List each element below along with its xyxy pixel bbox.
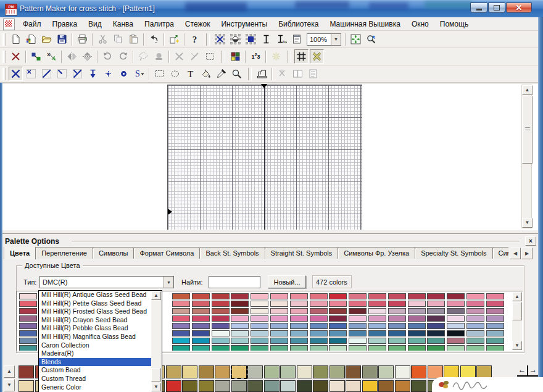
- color-swatch[interactable]: [388, 301, 406, 307]
- export-button[interactable]: [167, 32, 181, 46]
- color-swatch[interactable]: [310, 315, 328, 322]
- pattern-canvas[interactable]: [0, 83, 543, 230]
- color-swatch[interactable]: [447, 293, 465, 299]
- document-icon[interactable]: [3, 19, 15, 30]
- color-swatch[interactable]: [349, 293, 367, 299]
- color-swatch[interactable]: [172, 308, 190, 314]
- color-swatch[interactable]: [329, 345, 347, 351]
- dropdown-item-Blends[interactable]: Blends: [39, 358, 152, 367]
- color-swatch[interactable]: [447, 308, 465, 314]
- color-swatch[interactable]: [270, 323, 288, 329]
- color-swatch[interactable]: [251, 293, 268, 299]
- color-swatch[interactable]: [172, 323, 190, 329]
- project-color-swatch[interactable]: [247, 365, 263, 378]
- project-color-swatch[interactable]: [280, 380, 296, 392]
- color-swatch[interactable]: [466, 315, 484, 322]
- panel-splitter[interactable]: [0, 230, 543, 234]
- tab-Символы[interactable]: Символы: [93, 247, 135, 259]
- color-swatch[interactable]: [172, 293, 190, 299]
- color-swatch[interactable]: [19, 323, 37, 329]
- rotate-cw-button[interactable]: [116, 49, 130, 64]
- color-swatch[interactable]: [388, 308, 406, 314]
- zoom-tool-button[interactable]: [230, 67, 244, 81]
- fill-button[interactable]: [199, 67, 213, 81]
- dropdown-item-Mill Hill(R) Frosted Glass Seed Bead[interactable]: Mill Hill(R) Frosted Glass Seed Bead: [39, 307, 152, 316]
- color-swatch[interactable]: [408, 293, 426, 299]
- menu-Палитра[interactable]: Палитра: [139, 17, 180, 31]
- menu-Вид[interactable]: Вид: [83, 17, 107, 31]
- color-swatch[interactable]: [408, 315, 426, 322]
- color-swatch[interactable]: [368, 323, 386, 329]
- color-swatch[interactable]: [192, 330, 210, 336]
- dropdown-item-Mill Hill(R) Crayon Seed Bead[interactable]: Mill Hill(R) Crayon Seed Bead: [39, 316, 152, 325]
- color-swatch[interactable]: [270, 315, 288, 322]
- color-swatch[interactable]: [486, 293, 504, 299]
- color-swatch[interactable]: [486, 330, 504, 336]
- color-swatch[interactable]: [368, 330, 386, 336]
- color-swatch[interactable]: [270, 345, 288, 351]
- color-swatch[interactable]: [212, 330, 230, 336]
- color-swatch[interactable]: [290, 338, 308, 344]
- project-color-swatch[interactable]: [313, 365, 328, 378]
- menu-Помощь[interactable]: Помощь: [434, 17, 474, 31]
- scroll-up-button[interactable]: ▲: [151, 291, 161, 300]
- full-stitch-button[interactable]: [9, 67, 23, 81]
- select-rect-button[interactable]: [152, 67, 167, 81]
- color-swatch[interactable]: [270, 330, 288, 336]
- fit-window-button[interactable]: [349, 32, 363, 46]
- color-swatch[interactable]: [290, 301, 308, 307]
- page-left-icon[interactable]: ←: [517, 365, 527, 375]
- color-swatch[interactable]: [172, 315, 190, 322]
- close-button[interactable]: ✕: [506, 2, 532, 13]
- tab-Specialty St. Symbols[interactable]: Specialty St. Symbols: [415, 247, 492, 259]
- project-color-swatch[interactable]: [19, 380, 34, 392]
- project-color-swatch[interactable]: [330, 380, 345, 392]
- tab-Переплетение[interactable]: Переплетение: [35, 247, 93, 259]
- color-swatch[interactable]: [427, 308, 445, 314]
- view-cross-button[interactable]: [213, 32, 227, 46]
- menu-Инструменты[interactable]: Инструменты: [215, 17, 273, 31]
- title-bar[interactable]: PM Pattern Maker for cross stitch - [Pat…: [0, 0, 543, 17]
- color-swatch[interactable]: [290, 323, 308, 329]
- color-swatch[interactable]: [310, 323, 328, 329]
- color-swatch[interactable]: [231, 323, 249, 329]
- tab-Цвета[interactable]: Цвета: [4, 247, 36, 259]
- maximize-button[interactable]: [488, 2, 505, 13]
- three-quarter-stitch-button[interactable]: [70, 67, 85, 81]
- color-swatch[interactable]: [486, 301, 504, 307]
- menu-Окно[interactable]: Окно: [406, 17, 434, 31]
- minimize-button[interactable]: [470, 2, 487, 13]
- color-swatch[interactable]: [310, 330, 328, 336]
- color-swatch[interactable]: [270, 338, 288, 344]
- flip-horizontal-button[interactable]: [65, 49, 79, 64]
- menu-Правка[interactable]: Правка: [47, 17, 83, 31]
- palette-scroll-up-button[interactable]: ▲: [4, 365, 15, 378]
- color-swatch[interactable]: [172, 338, 190, 344]
- color-swatch[interactable]: [192, 301, 210, 307]
- color-swatch[interactable]: [290, 315, 308, 322]
- move-selection-button[interactable]: ×: [44, 49, 59, 64]
- color-swatch[interactable]: [270, 293, 288, 299]
- color-swatch[interactable]: [388, 345, 406, 351]
- delete-button[interactable]: [9, 49, 23, 64]
- color-swatch[interactable]: [329, 315, 347, 322]
- color-swatch[interactable]: [251, 315, 268, 322]
- project-color-swatch[interactable]: [411, 380, 426, 392]
- color-swatch[interactable]: [408, 308, 426, 314]
- color-swatch[interactable]: [290, 293, 308, 299]
- toolbar-gripper[interactable]: [2, 68, 6, 80]
- color-swatch[interactable]: [251, 301, 268, 307]
- color-swatch[interactable]: [427, 330, 445, 336]
- color-swatch[interactable]: [231, 338, 249, 344]
- new-button[interactable]: [9, 32, 23, 46]
- view-half-button[interactable]: [228, 32, 242, 46]
- color-swatch[interactable]: [270, 308, 288, 314]
- color-swatch[interactable]: [466, 293, 484, 299]
- color-swatch[interactable]: [251, 345, 268, 351]
- flip-vertical-button[interactable]: [80, 49, 94, 64]
- save-button[interactable]: [55, 32, 69, 46]
- dropdown-item-Generic Color[interactable]: Generic Color: [39, 383, 152, 392]
- scrollbar-thumb[interactable]: [512, 302, 522, 320]
- project-color-swatch[interactable]: [444, 365, 459, 378]
- marquee-button[interactable]: [203, 49, 217, 64]
